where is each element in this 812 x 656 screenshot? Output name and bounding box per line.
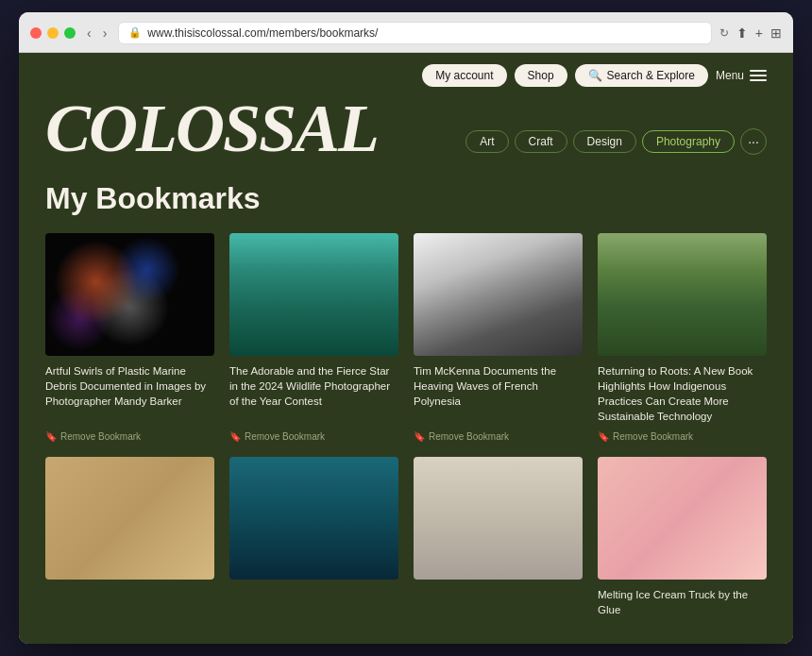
category-more-button[interactable]: ··· <box>740 128 767 155</box>
category-craft[interactable]: Craft <box>515 130 567 153</box>
back-button[interactable]: ‹ <box>83 24 95 42</box>
category-art[interactable]: Art <box>465 130 508 153</box>
category-nav: Art Craft Design Photography ··· <box>465 128 767 162</box>
card-image <box>598 233 767 356</box>
card-title: Returning to Roots: A New Book Highlight… <box>598 363 767 424</box>
nav-buttons: ‹ › <box>83 24 110 42</box>
card-title: Melting Ice Cream Truck by the Glue <box>598 587 767 617</box>
minimize-button[interactable] <box>47 27 59 39</box>
remove-bookmark-button[interactable]: 🔖 Remove Bookmark <box>414 431 583 442</box>
bookmarks-grid: Artful Swirls of Plastic Marine Debris D… <box>45 233 767 626</box>
bookmark-card <box>229 457 398 625</box>
underwater-image <box>229 457 398 580</box>
top-nav: My account Shop 🔍 Search & Explore Menu <box>45 64 767 87</box>
hamburger-icon <box>750 70 767 81</box>
remove-bookmark-button[interactable]: 🔖 Remove Bookmark <box>229 431 398 442</box>
card-image <box>229 233 398 356</box>
url-text: www.thisiscolossal.com/members/bookmarks… <box>147 26 378 40</box>
site-logo[interactable]: COLOSSAL <box>45 94 378 162</box>
browser-chrome: ‹ › 🔒 www.thisiscolossal.com/members/boo… <box>19 12 793 53</box>
extensions-icon[interactable]: ⊞ <box>770 25 782 41</box>
share-icon[interactable]: ⬆ <box>736 25 748 41</box>
bookmark-card: Melting Ice Cream Truck by the Glue <box>598 457 767 625</box>
browser-actions: ⬆ + ⊞ <box>736 25 782 41</box>
sculpture-image <box>45 457 214 580</box>
card-title: The Adorable and the Fierce Star in the … <box>229 363 398 424</box>
logo-area: COLOSSAL Art Craft Design Photography ··… <box>45 94 767 170</box>
my-account-button[interactable]: My account <box>422 64 506 87</box>
bookmark-card: The Adorable and the Fierce Star in the … <box>229 233 398 442</box>
category-photography[interactable]: Photography <box>642 130 735 153</box>
bookmark-card: Returning to Roots: A New Book Highlight… <box>598 233 767 442</box>
remove-bookmark-button[interactable]: 🔖 Remove Bookmark <box>598 431 767 442</box>
card-image <box>414 457 583 580</box>
add-tab-icon[interactable]: + <box>755 25 763 41</box>
card-title: Tim McKenna Documents the Heaving Waves … <box>414 363 583 424</box>
building-image <box>414 457 583 580</box>
category-design[interactable]: Design <box>573 130 636 153</box>
bookmark-card: Artful Swirls of Plastic Marine Debris D… <box>45 233 214 442</box>
icecream-image <box>598 457 767 580</box>
card-image <box>598 457 767 580</box>
menu-button[interactable]: Menu <box>716 69 767 82</box>
search-icon: 🔍 <box>588 69 602 82</box>
site-header: My account Shop 🔍 Search & Explore Menu <box>19 53 793 170</box>
traffic-lights <box>30 27 76 39</box>
site-content: My account Shop 🔍 Search & Explore Menu <box>19 53 793 645</box>
card-title: Artful Swirls of Plastic Marine Debris D… <box>45 363 214 424</box>
refresh-button[interactable]: ↻ <box>719 26 729 40</box>
bookmark-card: Tim McKenna Documents the Heaving Waves … <box>414 233 583 442</box>
bookmark-filled-icon: 🔖 <box>414 431 425 442</box>
page-content: My Bookmarks Artful Swirls of Plastic Ma… <box>19 170 793 645</box>
browser-window: ‹ › 🔒 www.thisiscolossal.com/members/boo… <box>19 12 793 645</box>
address-bar[interactable]: 🔒 www.thisiscolossal.com/members/bookmar… <box>118 22 711 44</box>
bookmark-filled-icon: 🔖 <box>598 431 609 442</box>
wildlife-image <box>229 233 398 356</box>
page-title: My Bookmarks <box>45 181 767 216</box>
waves-image <box>414 233 583 356</box>
shop-button[interactable]: Shop <box>515 64 567 87</box>
bookmark-card <box>45 457 214 625</box>
card-title <box>229 587 398 617</box>
card-title <box>414 587 583 617</box>
bookmark-card <box>414 457 583 625</box>
forward-button[interactable]: › <box>99 24 111 42</box>
card-image <box>414 233 583 356</box>
marine-debris-image <box>45 233 214 356</box>
close-button[interactable] <box>30 27 42 39</box>
card-title <box>45 587 214 617</box>
card-image <box>45 457 214 580</box>
bookmark-filled-icon: 🔖 <box>229 431 241 442</box>
card-image <box>45 233 214 356</box>
card-image <box>229 457 398 580</box>
remove-bookmark-button[interactable]: 🔖 Remove Bookmark <box>45 431 214 442</box>
forest-image <box>598 233 767 356</box>
search-button[interactable]: 🔍 Search & Explore <box>575 64 708 87</box>
lock-icon: 🔒 <box>128 26 142 39</box>
bookmark-filled-icon: 🔖 <box>45 431 57 442</box>
fullscreen-button[interactable] <box>64 27 76 39</box>
